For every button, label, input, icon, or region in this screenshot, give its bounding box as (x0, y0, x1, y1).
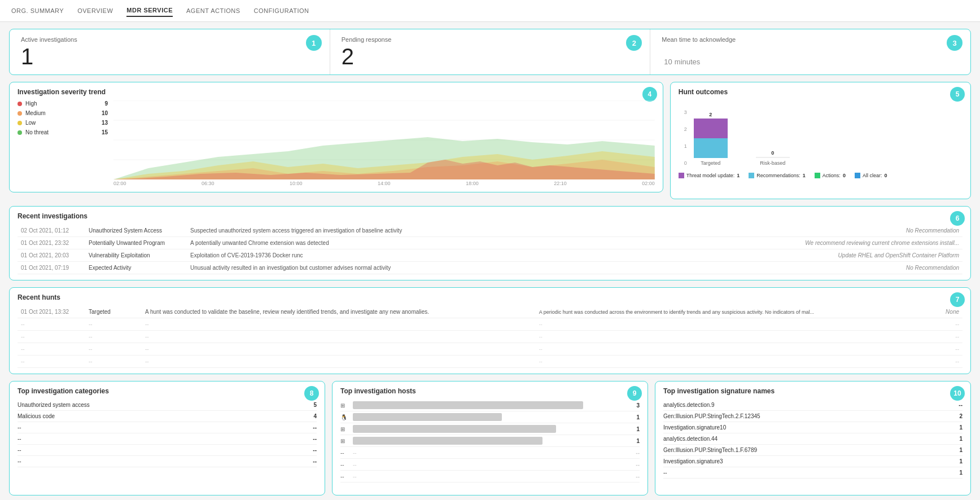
investigation-row: 01 Oct 2021, 07:19 Expected Activity Unu… (18, 262, 963, 274)
cat-name-1: Malicious code (18, 413, 55, 419)
inv-date-0: 02 Oct 2021, 01:12 (18, 225, 85, 237)
sig-row-5: Investigation.signature3 1 (663, 456, 963, 467)
inv-type-2: Vulnerability Exploitation (85, 249, 187, 262)
host-icon-6: -- (340, 473, 348, 480)
cat-row-0: Unauthorized system access 5 (18, 400, 317, 411)
sig-name-2: Investigation.signature10 (663, 424, 726, 431)
cat-row-5: -- -- (18, 456, 317, 467)
hunt-desc-1: -- (142, 318, 536, 331)
hunt-legend-box-threat (679, 173, 684, 178)
hunt-legend: Threat model update: 1 Recommendations: … (679, 173, 963, 178)
legend-label-nothreat: No threat (25, 129, 49, 135)
host-count-3: 1 (628, 438, 640, 444)
hunt-date-4: -- (18, 356, 85, 368)
top-categories-title: Top investigation categories (18, 387, 317, 395)
stat-cards: Active investigations 1 1 Pending respon… (9, 29, 971, 75)
host-row-4: -- -- -- (340, 447, 640, 459)
host-bar-wrap-2 (353, 425, 624, 433)
nav-configuration[interactable]: CONFIGURATION (254, 5, 309, 16)
stat-card-active-investigations: Active investigations 1 1 (10, 29, 330, 74)
top-categories-panel: Top investigation categories 8 Unauthori… (9, 381, 325, 495)
nav-org-summary[interactable]: ORG. SUMMARY (11, 5, 64, 16)
targeted-label: Targeted (701, 160, 720, 166)
nav-mdr-service[interactable]: MDR SERVICE (126, 5, 173, 17)
cat-count-2: -- (313, 424, 317, 431)
sig-name-0: analytics.detection.9 (663, 402, 715, 408)
y-label-3: 3 (684, 109, 687, 115)
sig-name-3: analytics.detection.44 (663, 436, 718, 442)
hunt-legend-count-clear: 0 (884, 173, 887, 178)
hunt-outcomes-card: Hunt outcomes 5 3 2 1 0 2 (670, 82, 971, 199)
host-bar-1 (353, 413, 502, 421)
cat-name-4: -- (18, 447, 21, 453)
inv-date-2: 01 Oct 2021, 20:03 (18, 249, 85, 262)
recent-investigations-badge: 6 (950, 211, 965, 226)
severity-chart-area: 8 6 4 2 0 (113, 100, 655, 179)
navigation: ORG. SUMMARY OVERVIEW MDR SERVICE AGENT … (0, 0, 980, 22)
investigation-row: 02 Oct 2021, 01:12 Unauthorized System A… (18, 225, 963, 237)
host-row-2: ⊞ 1 (340, 423, 640, 435)
inv-type-1: Potentially Unwanted Program (85, 237, 187, 249)
sig-name-6: -- (663, 470, 667, 476)
host-icon-2: ⊞ (340, 426, 348, 432)
hunt-result-0: None (917, 306, 963, 318)
severity-trend-title: Investigation severity trend (18, 88, 655, 96)
sig-count-1: 2 (959, 413, 963, 419)
hunt-desc-4: -- (142, 356, 536, 368)
sig-row-3: analytics.detection.44 1 (663, 433, 963, 445)
stat-label-pending: Pending response (342, 36, 639, 43)
recent-hunts-title: Recent hunts (18, 293, 963, 301)
hunt-type-2: -- (85, 331, 142, 343)
hunt-legend-label-clear: All clear: (863, 173, 882, 178)
hunt-legend-label-actions: Actions: (823, 173, 841, 178)
host-count-4: -- (628, 450, 640, 456)
hunt-legend-rec: Recommendations: 1 (749, 173, 806, 178)
recent-investigations-title: Recent investigations (18, 212, 963, 220)
hunt-result-3: -- (917, 343, 963, 356)
inv-rec-1: We recommend reviewing current chrome ex… (634, 237, 963, 249)
host-icon-3: ⊞ (340, 438, 348, 444)
sig-name-1: Gen:Illusion.PUP.StringTech.2.F.12345 (663, 413, 760, 419)
hunt-legend-label-threat: Threat model update: (686, 173, 735, 178)
host-count-5: -- (628, 462, 640, 468)
hunt-legend-box-clear (855, 173, 860, 178)
cat-count-4: -- (313, 447, 317, 453)
top-categories-card: Top investigation categories 8 Unauthori… (9, 381, 325, 495)
severity-trend-badge: 4 (642, 87, 657, 102)
nav-overview[interactable]: OVERVIEW (77, 5, 113, 16)
hunt-desc-0: A hunt was conducted to validate the bas… (142, 306, 536, 318)
severity-trend-card: Investigation severity trend 4 High 9 Me… (9, 82, 663, 192)
hunt-legend-clear: All clear: 0 (855, 173, 887, 178)
hunt-date-0: 01 Oct 2021, 13:32 (18, 306, 85, 318)
hosts-list: ⊞ 3 🐧 1 ⊞ 1 ⊞ 1 -- -- -- -- -- -- (340, 400, 640, 483)
host-icon-5: -- (340, 462, 348, 468)
hunt-detail-1: -- (536, 318, 917, 331)
legend-count-nothreat: 15 (99, 129, 108, 135)
inv-rec-2: Update RHEL and OpenShift Container Plat… (634, 249, 963, 262)
legend-nothreat: No threat 15 (18, 129, 108, 135)
hunt-legend-box-actions (815, 173, 820, 178)
severity-chart-svg: 8 6 4 2 0 (113, 100, 655, 179)
sig-count-4: 1 (959, 447, 963, 453)
hunt-legend-count-actions: 0 (843, 173, 846, 178)
investigations-table: 02 Oct 2021, 01:12 Unauthorized System A… (18, 225, 963, 274)
stat-suffix-mean: minutes (675, 58, 701, 66)
host-count-6: -- (628, 473, 640, 480)
hunt-legend-threat: Threat model update: 1 (679, 173, 740, 178)
hunt-detail-3: -- (536, 343, 917, 356)
hunt-detail-4: -- (536, 356, 917, 368)
cat-count-1: 4 (313, 413, 317, 419)
cat-count-0: 5 (313, 402, 317, 408)
sig-row-4: Gen:Illusion.PUP.StringTech.1.F.6789 1 (663, 445, 963, 456)
recent-hunts-panel: Recent hunts 7 01 Oct 2021, 13:32 Target… (9, 287, 971, 374)
hunt-legend-count-threat: 1 (737, 173, 740, 178)
recent-hunts-badge: 7 (950, 292, 965, 307)
targeted-value: 2 (709, 112, 712, 117)
top-hosts-badge: 9 (627, 386, 642, 401)
nav-agent-actions[interactable]: AGENT ACTIONS (186, 5, 240, 16)
host-bar-3 (353, 437, 542, 445)
cat-name-5: -- (18, 458, 21, 464)
sig-count-3: 1 (959, 436, 963, 442)
legend-high: High 9 (18, 100, 108, 107)
legend-count-high: 9 (99, 100, 108, 107)
